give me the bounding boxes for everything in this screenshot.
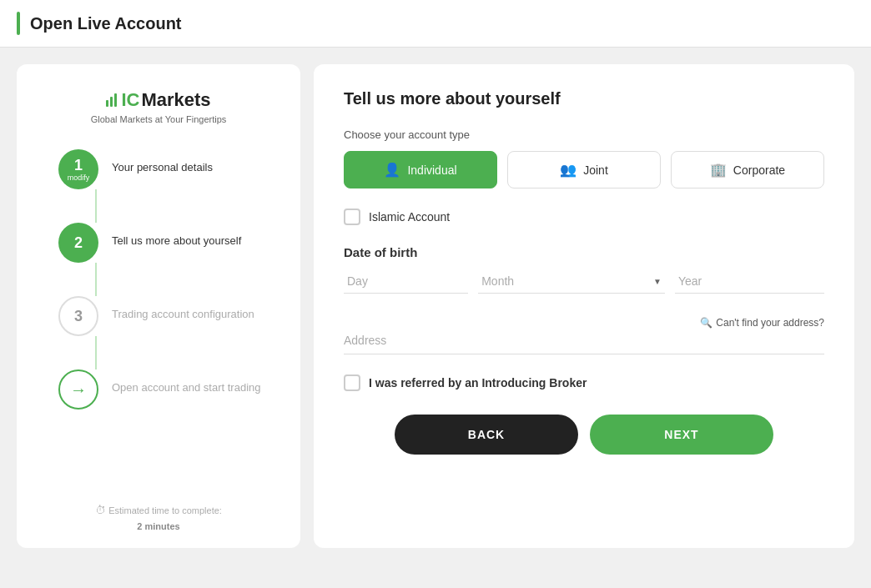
individual-label: Individual xyxy=(407,163,456,177)
address-label: Address xyxy=(344,334,824,354)
step-circle-3: 3 xyxy=(58,296,98,336)
islamic-row: Islamic Account xyxy=(344,209,824,225)
account-type-row: 👤 Individual 👥 Joint 🏢 Corporate xyxy=(344,151,824,188)
dob-year-input[interactable] xyxy=(675,269,824,294)
next-button[interactable]: NEXT xyxy=(590,415,773,455)
account-btn-corporate[interactable]: 🏢 Corporate xyxy=(671,151,824,188)
step-circle-1: 1 modify xyxy=(58,149,98,189)
step-connector-3 xyxy=(95,336,97,369)
corporate-icon: 🏢 xyxy=(710,162,727,178)
step-item-4: → Open account and start trading xyxy=(58,369,261,410)
right-panel: Tell us more about yourself Choose your … xyxy=(314,64,854,548)
logo-bars-icon xyxy=(106,93,117,107)
panel-title: Tell us more about yourself xyxy=(344,89,824,108)
search-icon: 🔍 xyxy=(700,317,712,329)
header-bar: Open Live Account xyxy=(0,0,871,48)
step-circle-4: → xyxy=(58,369,98,410)
dob-year-field xyxy=(675,269,824,294)
account-type-label: Choose your account type xyxy=(344,128,824,141)
main-content: ICMarkets Global Markets at Your Fingert… xyxy=(0,48,871,565)
step-number-3: 3 xyxy=(74,308,83,325)
broker-checkbox[interactable] xyxy=(344,374,360,391)
logo: ICMarkets xyxy=(106,89,210,111)
logo-ic: IC xyxy=(121,89,139,111)
step-modify-label: modify xyxy=(68,174,90,182)
back-button[interactable]: BACK xyxy=(395,415,578,455)
action-row: BACK NEXT xyxy=(344,415,824,455)
estimated-time-value: 2 minutes xyxy=(137,521,179,531)
page-wrapper: Open Live Account ICMarkets Global Marke… xyxy=(0,0,871,588)
sidebar: ICMarkets Global Markets at Your Fingert… xyxy=(17,64,300,548)
logo-markets: Markets xyxy=(141,89,210,111)
step-label-1: Your personal details xyxy=(112,149,213,175)
bar1 xyxy=(106,100,108,107)
step-label-2: Tell us more about yourself xyxy=(112,223,241,249)
logo-subtitle: Global Markets at Your Fingertips xyxy=(91,114,227,124)
islamic-label: Islamic Account xyxy=(369,210,450,224)
bar2 xyxy=(110,97,113,107)
address-section: 🔍 Can't find your address? Address xyxy=(344,317,824,354)
account-btn-individual[interactable]: 👤 Individual xyxy=(344,151,497,188)
step-label-4: Open account and start trading xyxy=(112,369,261,395)
bar3 xyxy=(114,93,117,107)
joint-icon: 👥 xyxy=(560,162,576,178)
step-circle-2: 2 xyxy=(58,223,98,263)
dob-section: Date of birth Month January February Mar… xyxy=(344,245,824,294)
broker-label: I was referred by an Introducing Broker xyxy=(369,376,587,389)
estimated-time: ⏱ Estimated time to complete: 2 minutes xyxy=(95,487,222,531)
account-btn-joint[interactable]: 👥 Joint xyxy=(507,151,661,188)
step-connector-1 xyxy=(95,189,97,223)
individual-icon: 👤 xyxy=(384,162,400,178)
cant-find-address-link[interactable]: 🔍 Can't find your address? xyxy=(700,317,824,329)
dob-day-field xyxy=(344,269,468,294)
dob-row: Month January February March April May J… xyxy=(344,269,824,294)
dob-month-wrapper: Month January February March April May J… xyxy=(478,269,665,294)
step-number-2: 2 xyxy=(74,234,83,252)
joint-label: Joint xyxy=(583,163,608,177)
header-accent xyxy=(17,12,20,35)
step-item-2: 2 Tell us more about yourself xyxy=(58,223,241,263)
dob-day-input[interactable] xyxy=(344,269,468,294)
address-top-row: 🔍 Can't find your address? xyxy=(344,317,824,329)
islamic-checkbox[interactable] xyxy=(344,209,360,225)
step-number-1: 1 xyxy=(74,157,83,174)
dob-month-field: Month January February March April May J… xyxy=(478,269,665,294)
broker-row: I was referred by an Introducing Broker xyxy=(344,374,824,391)
dob-title: Date of birth xyxy=(344,245,824,259)
page-title: Open Live Account xyxy=(30,14,182,33)
corporate-label: Corporate xyxy=(733,163,785,177)
arrow-icon: → xyxy=(70,380,87,400)
dob-month-select[interactable]: Month January February March April May J… xyxy=(478,269,665,293)
step-item-1: 1 modify Your personal details xyxy=(58,149,213,189)
step-connector-2 xyxy=(95,263,97,296)
step-label-3: Trading account configuration xyxy=(112,296,254,322)
logo-area: ICMarkets Global Markets at Your Fingert… xyxy=(91,89,227,124)
step-item-3: 3 Trading account configuration xyxy=(58,296,254,336)
estimated-time-label: ⏱ Estimated time to complete: xyxy=(95,504,222,516)
steps-container: 1 modify Your personal details 2 Tell us… xyxy=(33,149,284,487)
